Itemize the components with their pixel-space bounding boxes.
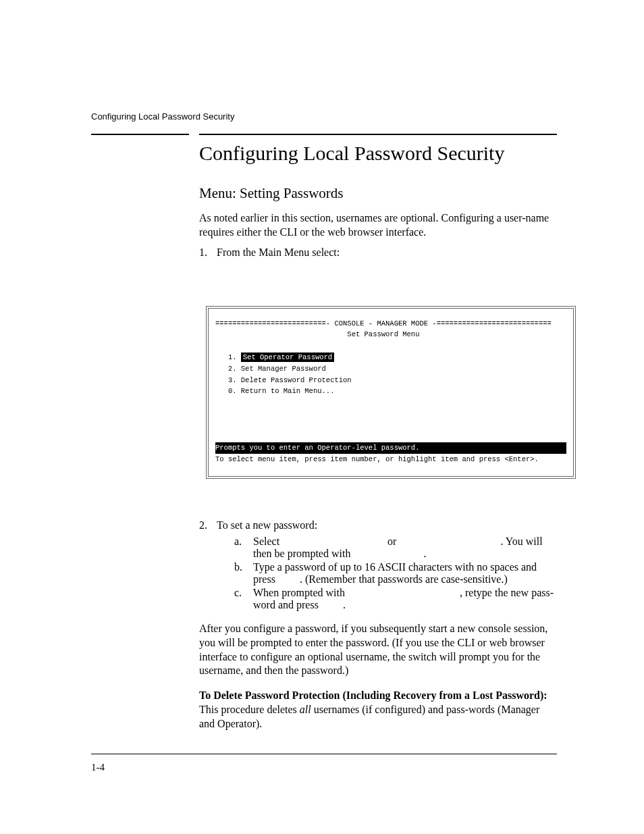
list-text: Type a password of up to 16 ASCII charac… [253,561,557,585]
console-line: 1. [215,353,241,361]
list-item: 1. From the Main Menu select: [199,246,557,259]
console-header: ==========================- CONSOLE - MA… [215,319,552,328]
console-screenshot: ==========================- CONSOLE - MA… [206,306,576,479]
list-text: To set a new password: [217,519,557,531]
intro-paragraph: As noted earlier in this section, userna… [199,211,557,240]
list-text: When prompted with , retype the new pass… [253,587,557,611]
list-item: 2. To set a new password: a. Select or .… [199,519,557,611]
list-text: From the Main Menu select: [217,246,340,259]
list-text: Select or . You will then be prompted wi… [253,536,557,560]
list-letter: b. [234,561,253,573]
console-selected-item: Set Operator Password [241,353,334,362]
list-item: a. Select or . You will then be prompted… [234,536,557,560]
console-line: 0. Return to Main Menu... [215,387,334,395]
delete-paragraph: To Delete Password Protection (Including… [199,689,557,731]
running-head: Configuring Local Password Security [91,111,557,122]
after-paragraph: After you configure a password, if you s… [199,622,557,678]
list-letter: a. [234,536,253,548]
console-subheader: Set Password Menu [215,330,419,338]
ordered-list: 2. To set a new password: a. Select or .… [199,519,557,611]
page-number: 1-4 [91,762,105,773]
list-item: b. Type a password of up to 16 ASCII cha… [234,561,557,585]
console-help-line: To select menu item, press item number, … [215,455,539,463]
section-subtitle: Menu: Setting Passwords [199,185,557,202]
bottom-rule [91,754,557,754]
list-number: 2. [199,519,217,531]
list-item: c. When prompted with , retype the new p… [234,587,557,611]
content-column: Configuring Local Password Security Menu… [199,142,557,731]
delete-heading: To Delete Password Protection (Including… [199,689,547,701]
console-status-bar: Prompts you to enter an Operator-level p… [215,442,566,454]
sub-list: a. Select or . You will then be prompted… [234,536,557,611]
ordered-list: 1. From the Main Menu select: [199,246,557,259]
console-line: 2. Set Manager Password [215,365,326,373]
console-line: 3. Delete Password Protection [215,376,352,384]
emphasis-all: all [300,704,311,715]
page-title: Configuring Local Password Security [199,142,557,165]
list-letter: c. [234,587,253,599]
list-number: 1. [199,246,217,259]
